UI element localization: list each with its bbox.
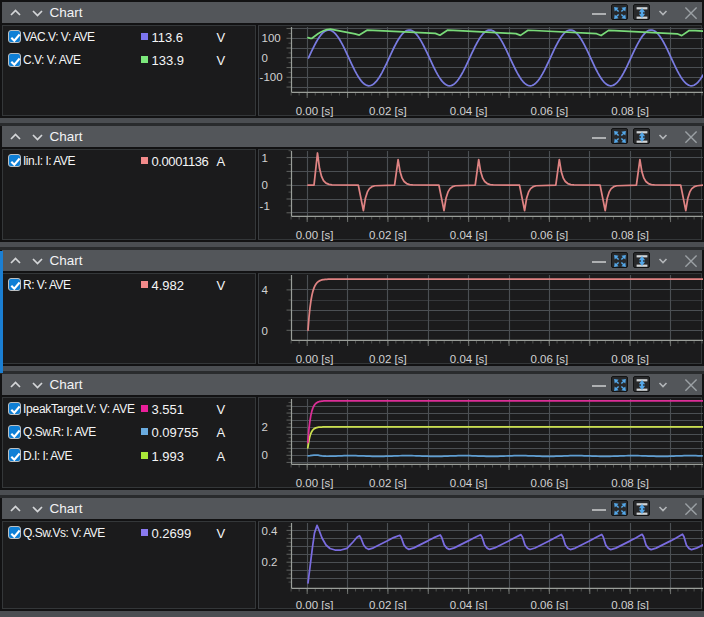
svg-text:0.08 [s]: 0.08 [s] <box>611 229 649 241</box>
svg-text:100: 100 <box>262 32 281 44</box>
svg-text:0.06 [s]: 0.06 [s] <box>531 353 569 365</box>
svg-text:0.08 [s]: 0.08 [s] <box>611 353 649 365</box>
svg-text:0.06 [s]: 0.06 [s] <box>531 477 569 489</box>
svg-text:0: 0 <box>262 179 268 191</box>
svg-text:0.02 [s]: 0.02 [s] <box>369 229 407 241</box>
svg-text:-100: -100 <box>260 71 283 83</box>
svg-text:0.06 [s]: 0.06 [s] <box>531 105 569 117</box>
svg-text:0: 0 <box>262 52 268 64</box>
svg-text:0.06 [s]: 0.06 [s] <box>531 599 569 610</box>
svg-text:0.04 [s]: 0.04 [s] <box>450 599 488 610</box>
svg-text:0.00 [s]: 0.00 [s] <box>296 353 334 365</box>
svg-text:0.08 [s]: 0.08 [s] <box>611 599 649 610</box>
svg-text:0.02 [s]: 0.02 [s] <box>369 353 407 365</box>
svg-text:0.2: 0.2 <box>262 556 278 568</box>
svg-text:1: 1 <box>262 152 268 164</box>
svg-text:0.08 [s]: 0.08 [s] <box>611 105 649 117</box>
svg-text:0.4: 0.4 <box>262 525 279 537</box>
svg-text:0: 0 <box>262 325 268 337</box>
svg-text:0.04 [s]: 0.04 [s] <box>450 477 488 489</box>
svg-text:0.08 [s]: 0.08 [s] <box>611 477 649 489</box>
svg-text:0: 0 <box>262 449 268 461</box>
svg-text:0.00 [s]: 0.00 [s] <box>296 229 334 241</box>
svg-text:0.00 [s]: 0.00 [s] <box>296 477 334 489</box>
svg-text:0.02 [s]: 0.02 [s] <box>369 105 407 117</box>
svg-text:0.04 [s]: 0.04 [s] <box>450 105 488 117</box>
svg-text:0.02 [s]: 0.02 [s] <box>369 599 407 610</box>
svg-text:2: 2 <box>262 421 268 433</box>
svg-text:-1: -1 <box>260 200 270 212</box>
svg-text:0.00 [s]: 0.00 [s] <box>296 599 334 610</box>
svg-text:0.00 [s]: 0.00 [s] <box>296 105 334 117</box>
svg-text:0.02 [s]: 0.02 [s] <box>369 477 407 489</box>
svg-text:4: 4 <box>262 284 269 296</box>
svg-text:0.06 [s]: 0.06 [s] <box>531 229 569 241</box>
svg-text:0.04 [s]: 0.04 [s] <box>450 229 488 241</box>
svg-text:0.04 [s]: 0.04 [s] <box>450 353 488 365</box>
